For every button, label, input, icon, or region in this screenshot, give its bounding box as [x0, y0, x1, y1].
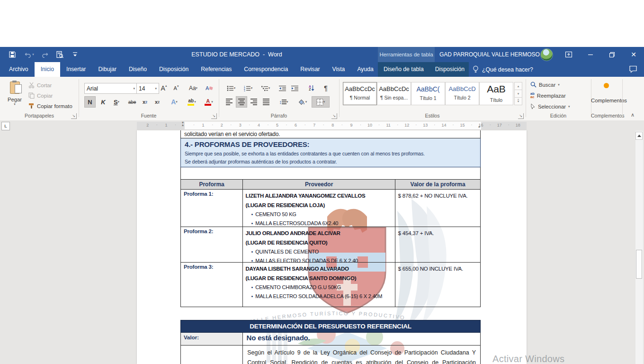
undo-button[interactable]: ▾ [22, 49, 37, 60]
clipboard-dialog-launcher[interactable]: ↘ [71, 113, 77, 119]
style-titulo-1[interactable]: AaBbC(Título 1 [411, 82, 445, 105]
tab-inicio[interactable]: Inicio [35, 62, 60, 77]
feedback-icon[interactable] [629, 65, 637, 73]
document-area: L ▾▴ ▴ 12345678910111213141516121718····… [0, 120, 644, 364]
ruler[interactable]: ▾▴ ▴ 12345678910111213141516121718······… [137, 122, 527, 129]
group-label-complementos: Complementos [591, 113, 621, 118]
tab-disposicion[interactable]: Disposición [153, 62, 195, 77]
restore-button[interactable] [605, 49, 619, 60]
justify-button[interactable] [260, 96, 272, 108]
clear-formatting-button[interactable]: A [204, 82, 215, 94]
minimize-button[interactable] [583, 49, 598, 60]
line-spacing-button[interactable]: ↕ ▾ [276, 96, 292, 108]
scroll-up-icon [637, 135, 641, 137]
align-center-button[interactable] [236, 96, 247, 108]
tab-stop-selector[interactable]: L [1, 122, 10, 130]
select-button[interactable]: Seleccionar ▾ [530, 103, 570, 109]
vertical-scrollbar[interactable] [635, 131, 643, 364]
tab-disposicion-tabla[interactable]: Disposición [429, 62, 470, 77]
bullets-button[interactable]: ▾ [224, 82, 239, 94]
paste-button[interactable]: Pegar ▾ [4, 81, 26, 112]
tab-revisar[interactable]: Revisar [294, 62, 326, 77]
decrease-indent-button[interactable] [277, 82, 288, 94]
indent-marker-left[interactable]: ▾▴ [182, 121, 184, 126]
paste-dropdown-icon[interactable]: ▾ [4, 102, 26, 106]
borders-button[interactable]: ▾ [312, 96, 330, 108]
shrink-font-button[interactable]: A▾ [170, 82, 182, 94]
scrollbar-up-button[interactable] [635, 132, 643, 140]
redo-button[interactable] [39, 49, 50, 60]
empty-row [180, 167, 481, 179]
row3-location: (LUGAR DE RESIDENCIA SANTO DOMINGO) [246, 273, 392, 283]
subscript-button[interactable]: x2 [139, 96, 151, 108]
avatar[interactable] [540, 48, 553, 61]
tab-referencias[interactable]: Referencias [195, 62, 238, 77]
copy-button: Copiar [28, 92, 53, 99]
tab-diseno-de-tabla[interactable]: Diseño de tabla [378, 62, 429, 77]
grow-font-button[interactable]: A▴ [158, 82, 170, 94]
sort-button[interactable]: AZ [305, 82, 318, 94]
shading-button[interactable]: ▾ [295, 96, 311, 108]
ruler-number: 8 [331, 123, 334, 127]
multilevel-list-icon [261, 85, 268, 91]
bold-button[interactable]: N [84, 96, 96, 108]
align-right-button[interactable] [248, 96, 259, 108]
partial-paragraph: solicitado verían en el servicio ofertad… [181, 130, 480, 137]
replace-button[interactable]: abac Reemplazar [530, 92, 566, 99]
print-preview-icon[interactable] [54, 49, 65, 60]
ruler-number: 16 [479, 123, 483, 127]
tab-ayuda[interactable]: Ayuda [351, 62, 379, 77]
font-dialog-launcher[interactable]: ↘ [211, 113, 217, 119]
account-name[interactable]: GAD PARROQUIAL VALLE HERMOSO [439, 47, 540, 62]
customize-qat-icon[interactable] [69, 49, 80, 60]
underline-button[interactable]: S▾ [109, 96, 124, 108]
scrollbar-thumb[interactable] [636, 250, 642, 279]
addins-button[interactable]: Complementos [591, 82, 621, 103]
superscript-button[interactable]: x2 [152, 96, 163, 108]
text-effects-button[interactable]: A▾ [167, 96, 182, 108]
increase-indent-button[interactable] [289, 82, 300, 94]
find-button[interactable]: Buscar ▾ [530, 82, 560, 88]
tell-me-box[interactable]: ¿Qué desea hacer? [473, 62, 533, 77]
tab-dibujar[interactable]: Dibujar [92, 62, 123, 77]
italic-button[interactable]: K [98, 96, 109, 108]
tab-correspondencia[interactable]: Correspondencia [238, 62, 294, 77]
font-size-combo[interactable]: 14▾ [136, 83, 159, 94]
change-case-button[interactable]: Aa▾ [186, 82, 201, 94]
document-page[interactable]: VALLE HERMOSO TURÍSTICO Y PRODUCTIVO sol… [137, 130, 527, 364]
ruler-number: 12 [404, 123, 409, 127]
tab-diseno[interactable]: Diseño [123, 62, 153, 77]
align-left-button[interactable] [224, 96, 235, 108]
format-painter-icon [28, 103, 35, 109]
strikethrough-button[interactable]: abe [125, 96, 139, 108]
styles-scroll-down[interactable]: ▾ [514, 90, 522, 98]
multilevel-list-button[interactable]: ▾ [258, 82, 274, 94]
style-sin-espaciado[interactable]: AaBbCcDc¶ Sin espa... [377, 82, 411, 105]
paragraph-dialog-launcher[interactable]: ↘ [331, 113, 337, 119]
ruler-tick: · [230, 122, 232, 127]
format-painter-button[interactable]: Copiar formato [28, 103, 72, 109]
show-marks-button[interactable]: ¶ [320, 82, 331, 94]
styles-dialog-launcher[interactable]: ↘ [518, 113, 524, 119]
ribbon-display-options-icon[interactable] [562, 49, 576, 60]
ruler-tick: · [267, 122, 268, 127]
ruler-number: 5 [276, 123, 278, 127]
sort-arrow-icon [311, 85, 314, 91]
font-color-button[interactable]: A ▾ [201, 96, 217, 108]
tab-vista[interactable]: Vista [326, 62, 351, 77]
section-line-1: Siempre que sea posible, se exhorta a la… [185, 151, 476, 156]
numbering-button[interactable]: 123 ▾ [241, 82, 256, 94]
highlight-color-button[interactable]: ab ▾ [184, 96, 200, 108]
collapse-ribbon-button[interactable]: ∧ [631, 112, 635, 118]
font-family-combo[interactable]: Arial▾ [84, 83, 137, 94]
styles-scroll-up[interactable]: ▴ [514, 82, 522, 90]
close-button[interactable]: ✕ [626, 49, 641, 60]
style-titulo-2[interactable]: AaBbCcDTítulo 2 [445, 82, 479, 105]
undo-dropdown-icon[interactable]: ▾ [32, 53, 34, 56]
style-normal[interactable]: AaBbCcDc¶ Normal [343, 82, 377, 105]
save-icon[interactable] [7, 49, 18, 60]
style-titulo[interactable]: AaBTítulo [479, 82, 513, 105]
styles-more-button[interactable]: ▾ [514, 97, 522, 105]
tab-archivo[interactable]: Archivo [3, 62, 35, 77]
tab-insertar[interactable]: Insertar [60, 62, 92, 77]
